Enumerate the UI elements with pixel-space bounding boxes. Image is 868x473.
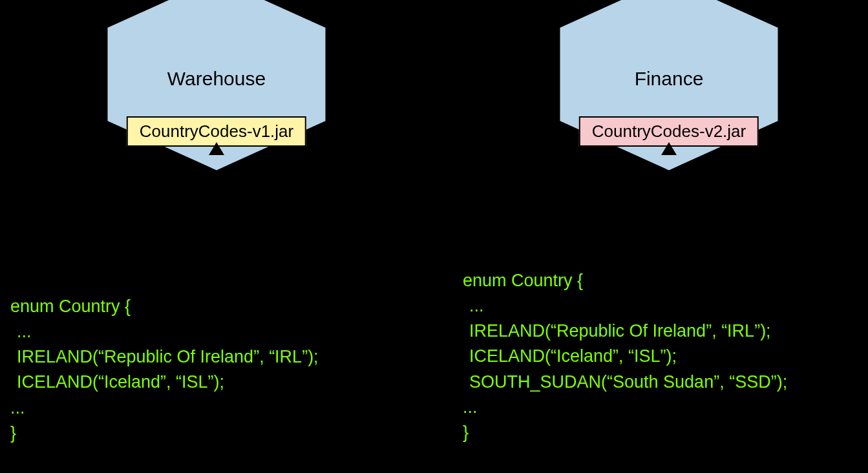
code-line: IRELAND(“Republic Of Ireland”, “IRL”); (463, 319, 787, 344)
code-line: ... (463, 293, 787, 319)
code-line: } (463, 420, 787, 445)
warehouse-code-block: enum Country { ... IRELAND(“Republic Of … (10, 294, 319, 446)
connector-line-left (216, 181, 218, 294)
code-line: SOUTH_SUDAN(“South Sudan”, “SSD”); (463, 370, 787, 395)
arrow-up-icon (209, 142, 224, 155)
finance-title: Finance (553, 68, 785, 90)
code-line: enum Country { (10, 294, 319, 319)
warehouse-module: Warehouse CountryCodes-v1.jar (100, 0, 333, 168)
code-line: enum Country { (463, 268, 787, 293)
code-line: ... (10, 319, 319, 344)
code-line: ICELAND(“Iceland”, “ISL”); (10, 370, 319, 395)
code-line: ... (463, 395, 787, 420)
finance-code-block: enum Country { ... IRELAND(“Republic Of … (463, 268, 787, 445)
finance-module: Finance CountryCodes-v2.jar (553, 0, 785, 168)
code-line: IRELAND(“Republic Of Ireland”, “IRL”); (10, 344, 319, 370)
warehouse-title: Warehouse (100, 68, 333, 90)
arrow-up-icon (661, 142, 677, 155)
code-line: ... (10, 395, 319, 421)
code-line: } (10, 421, 319, 446)
connector-line-right (669, 181, 671, 268)
code-line: ICELAND(“Iceland”, “ISL”); (463, 344, 787, 369)
